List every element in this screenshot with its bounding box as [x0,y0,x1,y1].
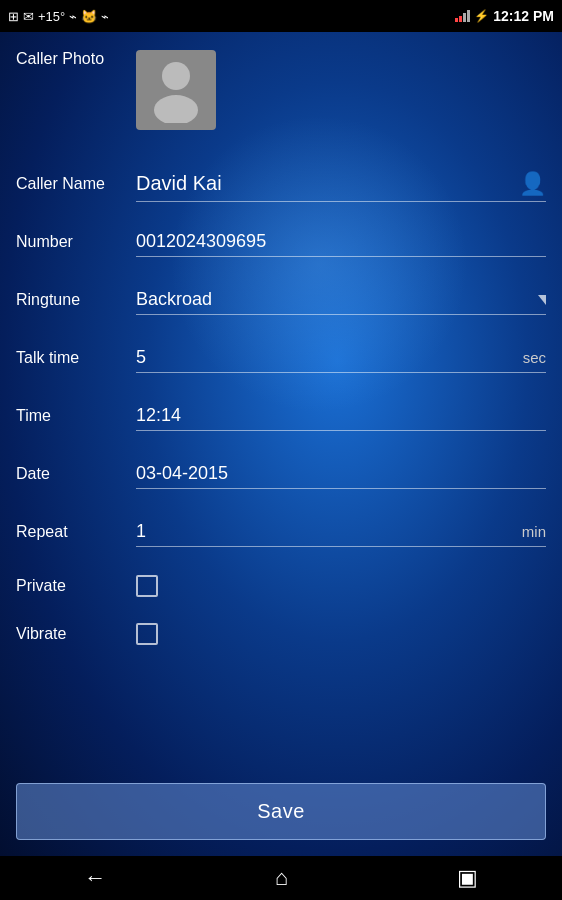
battery-icon: ⚡ [474,9,489,23]
vibrate-checkbox[interactable] [136,623,158,645]
time-row: Time [16,390,546,442]
repeat-unit: min [522,523,546,540]
caller-photo-label: Caller Photo [16,50,136,68]
number-label: Number [16,233,136,251]
repeat-input[interactable] [136,521,518,542]
number-wrap [136,227,546,257]
recent-apps-button[interactable]: ▣ [457,865,478,891]
status-right-icons: ⚡ 12:12 PM [455,8,554,24]
caller-name-row: Caller Name 👤 [16,158,546,210]
talk-time-input-wrap: sec [136,343,546,373]
caller-photo-row: Caller Photo [16,42,546,152]
ringtone-row: Ringtune Backroad [16,274,546,326]
talk-time-label: Talk time [16,349,136,367]
repeat-input-wrap: min [136,517,546,547]
svg-point-0 [162,62,190,90]
cat-icon: 🐱 [81,9,97,24]
number-row: Number [16,216,546,268]
caller-name-wrap: 👤 [136,167,546,202]
vibrate-label: Vibrate [16,625,136,643]
repeat-wrap: min [136,517,546,547]
date-row: Date [16,448,546,500]
msg-icon: ✉ [23,9,34,24]
caller-name-input[interactable] [136,172,513,195]
private-row: Private [16,564,546,608]
usb2-icon: ⌁ [101,9,109,24]
back-button[interactable]: ← [84,865,106,891]
ringtone-label: Ringtune [16,291,136,309]
save-button-wrap: Save [0,773,562,856]
usb-icon: ⌁ [69,9,77,24]
talk-time-unit: sec [523,349,546,366]
date-label: Date [16,465,136,483]
save-button[interactable]: Save [16,783,546,840]
time-label: Time [16,407,136,425]
form-area: Caller Photo Caller Name 👤 Number [0,32,562,773]
person-avatar-icon [146,58,206,123]
caller-photo[interactable] [136,50,216,130]
caller-name-label: Caller Name [16,175,136,193]
status-left-icons: ⊞ ✉ +15° ⌁ 🐱 ⌁ [8,9,109,24]
home-button[interactable]: ⌂ [275,865,288,891]
time-input[interactable] [136,401,546,431]
temp-icon: +15° [38,9,65,24]
number-input[interactable] [136,227,546,257]
date-wrap [136,459,546,489]
ringtone-value: Backroad [136,289,538,310]
status-bar: ⊞ ✉ +15° ⌁ 🐱 ⌁ ⚡ 12:12 PM [0,0,562,32]
signal-icon [455,10,470,22]
main-content: Caller Photo Caller Name 👤 Number [0,32,562,856]
svg-point-1 [154,95,198,123]
talk-time-wrap: sec [136,343,546,373]
private-checkbox[interactable] [136,575,158,597]
ringtone-selector[interactable]: Backroad [136,285,546,315]
caller-name-input-wrap: 👤 [136,167,546,202]
wifi-icon: ⊞ [8,9,19,24]
contact-person-icon[interactable]: 👤 [519,171,546,197]
date-input[interactable] [136,459,546,489]
repeat-label: Repeat [16,523,136,541]
navigation-bar: ← ⌂ ▣ [0,856,562,900]
talk-time-row: Talk time sec [16,332,546,384]
vibrate-row: Vibrate [16,612,546,656]
clock: 12:12 PM [493,8,554,24]
dropdown-arrow-icon [538,295,546,305]
private-label: Private [16,577,136,595]
talk-time-input[interactable] [136,347,519,368]
repeat-row: Repeat min [16,506,546,558]
ringtone-wrap: Backroad [136,285,546,315]
time-wrap [136,401,546,431]
